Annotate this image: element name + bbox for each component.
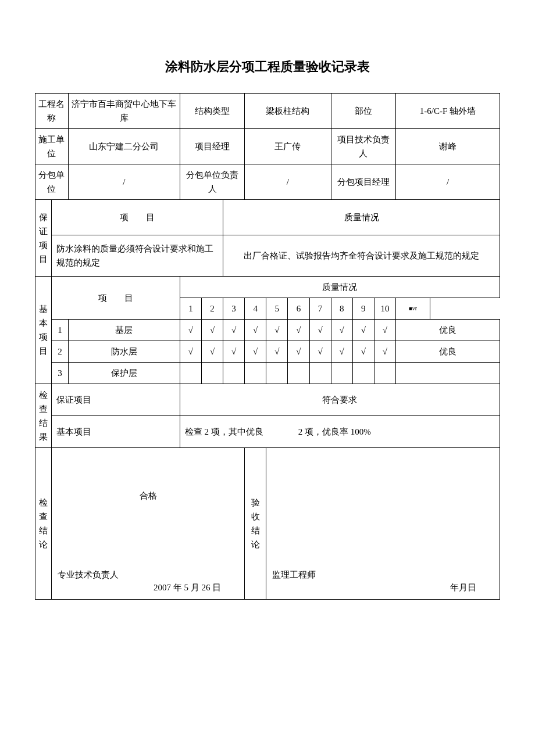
check-date: 2007 年 5 月 26 日 [154, 581, 221, 594]
page-title: 涂料防水层分项工程质量验收记录表 [35, 58, 500, 76]
row-name: 基层 [68, 320, 180, 341]
label-contractor: 施工单位 [35, 129, 69, 164]
table-row: 3 保护层 [35, 363, 500, 384]
value-struct-type: 梁板柱结构 [245, 94, 331, 129]
row-rating: 优良 [395, 320, 500, 341]
col-9: 9 [352, 298, 374, 320]
value-sub-pm: / [395, 164, 500, 200]
table-row: 2 防水层 √ √ √ √ √ √ √ √ √ √ 优良 [35, 341, 500, 363]
label-check-basic: 基本项目 [52, 416, 180, 448]
label-guarantee-item-header: 项 目 [52, 200, 223, 235]
value-check-basic: 检查 2 项，其中优良 2 项，优良率 100% [180, 416, 500, 448]
label-project-name: 工程名称 [35, 94, 69, 129]
value-check-guarantee: 符合要求 [180, 384, 500, 416]
label-struct-type: 结构类型 [180, 94, 244, 129]
value-pm: 王广传 [245, 129, 331, 164]
col-rating: ■vr [395, 298, 430, 320]
label-tech-lead: 项目技术负责人 [331, 129, 395, 164]
col-10: 10 [374, 298, 395, 320]
label-basic-item-header: 项 目 [52, 277, 180, 320]
label-sub-lead: 分包单位负责人 [180, 164, 244, 200]
row-rating: 优良 [395, 341, 500, 363]
value-sub-lead: / [245, 164, 331, 200]
conclusion-pass: 合格 [58, 489, 238, 503]
col-4: 4 [245, 298, 266, 320]
check-conclusion-cell: 合格 专业技术负责人 2007 年 5 月 26 日 [52, 448, 245, 600]
col-3: 3 [223, 298, 245, 320]
row-name: 保护层 [68, 363, 180, 384]
accept-conclusion-cell: 监理工程师 年月日 [266, 448, 500, 600]
guarantee-item-text: 防水涂料的质量必须符合设计要求和施工规范的规定 [52, 235, 223, 277]
value-part: 1-6/C-F 轴外墙 [395, 94, 500, 129]
label-guarantee-quality-header: 质量情况 [223, 200, 500, 235]
value-contractor: 山东宁建二分公司 [68, 129, 180, 164]
row-name: 防水层 [68, 341, 180, 363]
label-check-conclusion: 检 查结论 [35, 448, 52, 600]
label-accept-conclusion: 验 收结论 [245, 448, 266, 600]
col-8: 8 [331, 298, 352, 320]
supervisor-label: 监理工程师 [272, 568, 316, 582]
col-7: 7 [309, 298, 331, 320]
value-project-name: 济宁市百丰商贸中心地下车库 [68, 94, 180, 129]
label-part: 部位 [331, 94, 395, 129]
value-sub: / [68, 164, 180, 200]
col-2: 2 [201, 298, 223, 320]
label-sub: 分包单位 [35, 164, 69, 200]
label-pm: 项目经理 [180, 129, 244, 164]
label-check-section: 检 查结 果 [35, 384, 52, 448]
col-1: 1 [180, 298, 201, 320]
label-check-guarantee: 保证项目 [52, 384, 180, 416]
label-basic-quality-header: 质量情况 [180, 277, 500, 298]
table-row: 1 基层 √ √ √ √ √ √ √ √ √ √ 优良 [35, 320, 500, 341]
record-table: 工程名称 济宁市百丰商贸中心地下车库 结构类型 梁板柱结构 部位 1-6/C-F… [35, 93, 500, 600]
col-5: 5 [266, 298, 288, 320]
accept-date: 年月日 [450, 581, 476, 594]
col-6: 6 [288, 298, 309, 320]
row-rating [395, 363, 500, 384]
tech-sign-label: 专业技术负责人 [58, 568, 119, 582]
label-basic-section: 基 本项目 [35, 277, 52, 384]
label-sub-pm: 分包项目经理 [331, 164, 395, 200]
guarantee-quality-text: 出厂合格证、试验报告均齐全符合设计要求及施工规范的规定 [223, 235, 500, 277]
value-tech-lead: 谢峰 [395, 129, 500, 164]
label-guarantee-section: 保 证项目 [35, 200, 52, 277]
